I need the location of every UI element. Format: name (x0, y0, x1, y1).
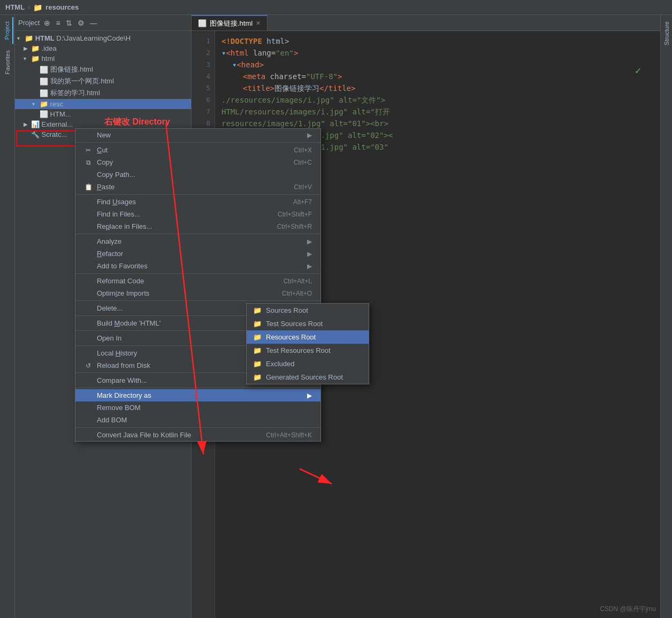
tree-htm-label: HTM... (48, 110, 71, 118)
watermark: CSDN @陈丹宇jmu (600, 605, 656, 614)
menu-add-bom-label: Add BOM (97, 416, 127, 424)
tree-scratch-label: Scratc... (40, 130, 67, 138)
submenu-sources-root[interactable]: 📁 Sources Root (247, 304, 369, 317)
scratch-icon: 🔧 (31, 130, 40, 138)
html-folder-icon: 📁 (31, 55, 40, 63)
menu-delete-label: Delete... (97, 304, 123, 312)
sep-10 (75, 388, 320, 388)
tree-root[interactable]: ▾ 📁 HTML D:\JavaLearningCode\H (15, 33, 191, 43)
menu-reload-label: Reload from Disk (97, 361, 150, 369)
menu-new-label: New (97, 131, 111, 139)
tree-html-label: html (40, 55, 55, 63)
sidebar-tab-project[interactable]: Project (2, 17, 13, 44)
menu-cut[interactable]: ✂ Cut Ctrl+X (75, 144, 320, 156)
replace-shortcut: Ctrl+Shift+R (277, 223, 312, 230)
code-partial-1: ./resources/images/i.jpg" alt="文件"> (222, 94, 385, 106)
minimize-icon[interactable]: — (89, 18, 98, 28)
collapse-icon[interactable]: ≡ (55, 18, 61, 28)
submenu-sources-root-label: Sources Root (266, 306, 308, 314)
submenu-excluded[interactable]: 📁 Excluded (247, 357, 369, 370)
line-num-2: 2 (192, 47, 215, 59)
editor-tab-main[interactable]: ⬜ 图像链接.html ✕ (192, 15, 268, 30)
tree-arrow-res: ▾ (32, 101, 40, 107)
spacer-3 (32, 90, 40, 96)
menu-copy[interactable]: ⧉ Copy Ctrl+C (75, 156, 320, 168)
ext-folder-icon: 📊 (31, 120, 40, 128)
paste-shortcut: Ctrl+V (294, 183, 312, 191)
tab-close-btn[interactable]: ✕ (256, 20, 261, 27)
structure-sidebar: Structure (660, 15, 672, 618)
menu-compare-label: Compare With... (97, 376, 147, 384)
code-line-9: ./resources/images/i.jpg" alt="文件"> (222, 94, 654, 106)
tree-file-3[interactable]: ⬜ 标签的学习.html (15, 87, 191, 99)
line-num-3: 3 (192, 59, 215, 71)
menu-remove-bom[interactable]: Remove BOM (75, 401, 320, 414)
structure-tab[interactable]: Structure (661, 17, 672, 50)
menu-refactor[interactable]: Refactor ▶ (75, 248, 320, 260)
settings-icon[interactable]: ⚙ (77, 18, 86, 28)
htm-icon: ⬜ (40, 110, 48, 118)
fold-arrow-2: ▾ (222, 47, 226, 59)
breadcrumb-html[interactable]: HTML (5, 3, 25, 11)
menu-mark-directory-label: Mark Directory as (97, 391, 151, 399)
tag-meta: <meta (243, 71, 265, 82)
menu-paste[interactable]: 📋 Paste Ctrl+V (75, 181, 320, 193)
tree-file-2[interactable]: ⬜ 我的第一个网页.html (15, 75, 191, 87)
cut-shortcut: Ctrl+X (294, 146, 312, 154)
spacer-1 (32, 67, 40, 73)
submenu-resources-root-label: Resources Root (266, 333, 316, 341)
menu-replace-files[interactable]: Replace in Files... Ctrl+Shift+R (75, 220, 320, 233)
menu-favorites[interactable]: Add to Favorites ▶ (75, 260, 320, 272)
convert-shortcut: Ctrl+Alt+Shift+K (266, 431, 312, 439)
menu-optimize[interactable]: Optimize Imports Ctrl+Alt+O (75, 287, 320, 299)
menu-find-files-label: Find in Files... (97, 210, 140, 218)
submenu-test-resources-root[interactable]: 📁 Test Resources Root (247, 344, 369, 357)
tree-file-3-label: 标签的学习.html (48, 88, 100, 98)
submenu-generated-sources[interactable]: 📁 Generated Sources Root (247, 370, 369, 384)
analyze-arrow: ▶ (307, 238, 312, 245)
test-resources-icon: 📁 (253, 346, 262, 354)
tree-arrow-html: ▾ (24, 56, 31, 61)
tree-resources-label: resc (48, 100, 63, 108)
tree-html-folder[interactable]: ▾ 📁 html (15, 53, 191, 64)
menu-find-files[interactable]: Find in Files... Ctrl+Shift+F (75, 208, 320, 220)
menu-convert[interactable]: Convert Java File to Kotlin File Ctrl+Al… (75, 429, 320, 441)
menu-open-in-label: Open In (97, 334, 121, 342)
menu-mark-directory[interactable]: Mark Directory as ▶ (75, 389, 320, 401)
submenu-generated-sources-label: Generated Sources Root (266, 373, 343, 381)
tag-html-close-bracket: > (294, 47, 298, 59)
menu-analyze[interactable]: Analyze ▶ (75, 235, 320, 248)
menu-cut-label: Cut (97, 146, 108, 154)
menu-reformat-label: Reformat Code (97, 277, 144, 285)
breadcrumb-resources[interactable]: resources (45, 3, 79, 11)
breadcrumb-sep: › (28, 4, 30, 11)
menu-reformat[interactable]: Reformat Code Ctrl+Alt+L (75, 275, 320, 287)
spacer-2 (32, 79, 40, 84)
tag-title-open: <title> (243, 82, 274, 94)
menu-new[interactable]: New ▶ (75, 129, 320, 141)
test-sources-icon: 📁 (253, 320, 262, 328)
fold-arrow-3: ▾ (232, 59, 236, 71)
submenu-excluded-label: Excluded (266, 360, 294, 368)
tree-htm[interactable]: ⬜ HTM... (15, 109, 191, 119)
sidebar-tab-favorites[interactable]: Favorites (2, 46, 13, 79)
tree-idea[interactable]: ▶ 📁 .idea (15, 43, 191, 53)
res-folder-icon: 📁 (40, 100, 48, 108)
tree-resources[interactable]: ▾ 📁 resc (15, 99, 191, 109)
sep-2 (75, 194, 320, 195)
copy-shortcut: Ctrl+C (294, 159, 312, 166)
menu-copy-label: Copy (97, 158, 113, 166)
sync-icon[interactable]: ⊕ (43, 18, 51, 28)
sort-icon[interactable]: ⇅ (65, 18, 73, 28)
menu-find-usages[interactable]: Find Usages Alt+F7 (75, 196, 320, 208)
refactor-arrow: ▶ (307, 250, 312, 258)
submenu-test-resources-label: Test Resources Root (266, 346, 331, 354)
menu-copy-path[interactable]: Copy Path... (75, 168, 320, 181)
tree-file-1[interactable]: ⬜ 图像链接.html (15, 64, 191, 75)
submenu-resources-root[interactable]: 📁 Resources Root (247, 330, 369, 344)
sep-4 (75, 273, 320, 274)
menu-add-bom[interactable]: Add BOM (75, 414, 320, 426)
tag-html-open: <html (226, 47, 248, 59)
submenu-test-sources-root[interactable]: 📁 Test Sources Root (247, 317, 369, 330)
resources-root-icon: 📁 (253, 333, 262, 341)
